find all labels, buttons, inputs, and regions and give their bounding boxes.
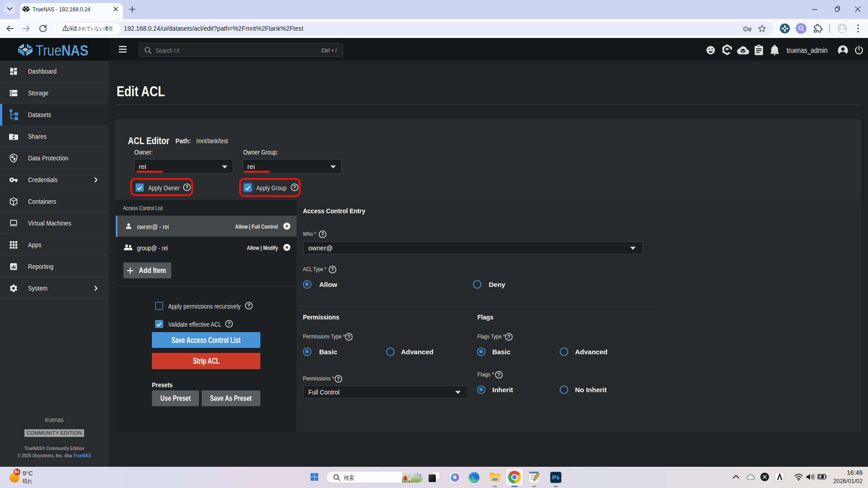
svg-text:?: ? [247,303,250,308]
svg-text:?: ? [321,231,324,237]
svg-text:?: ? [507,334,510,339]
svg-text:?: ? [337,376,340,381]
svg-text:?: ? [331,267,334,272]
svg-text:?: ? [227,321,230,326]
svg-text:?: ? [347,334,350,339]
svg-text:?: ? [497,372,500,377]
